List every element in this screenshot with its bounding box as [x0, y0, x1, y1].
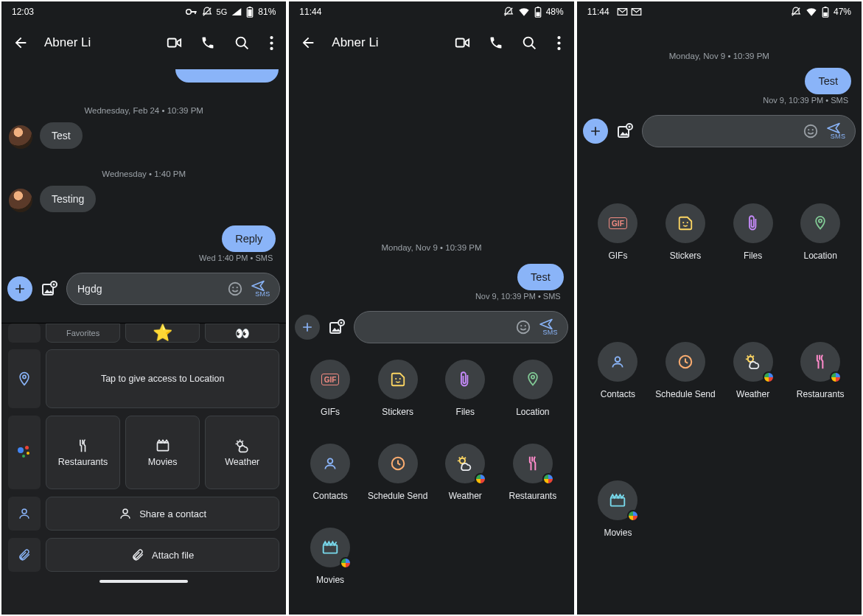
search-icon[interactable] — [520, 32, 540, 53]
cutlery-icon — [813, 354, 828, 370]
sent-bubble[interactable]: Test — [517, 264, 564, 290]
location-access-card[interactable]: Tap to give access to Location — [46, 349, 279, 408]
message-input[interactable] — [653, 125, 796, 137]
svg-point-58 — [687, 222, 688, 223]
svg-point-16 — [229, 283, 242, 295]
avatar[interactable] — [9, 189, 32, 212]
send-button[interactable]: SMS — [825, 122, 850, 140]
received-bubble[interactable]: Test — [40, 122, 83, 149]
sticker-icon — [390, 371, 406, 388]
videocall-icon[interactable] — [164, 32, 184, 53]
contact-tab[interactable] — [8, 497, 41, 531]
avatar[interactable] — [9, 125, 32, 149]
back-icon[interactable] — [298, 32, 318, 53]
restaurants-button[interactable]: Restaurants — [499, 444, 567, 501]
svg-point-43 — [328, 458, 333, 463]
svg-point-36 — [340, 322, 343, 324]
svg-point-33 — [558, 46, 561, 49]
contacts-label: Contacts — [312, 491, 347, 501]
assistant-tab[interactable] — [8, 416, 41, 489]
send-label: SMS — [825, 133, 850, 140]
message-input[interactable] — [365, 321, 508, 333]
battery-icon — [822, 7, 829, 18]
app-bar: Abner Li — [1, 22, 286, 63]
share-contact-button[interactable]: Share a contact — [46, 497, 279, 531]
svg-rect-49 — [823, 12, 827, 15]
search-icon[interactable] — [231, 32, 252, 53]
restaurants-label: Restaurants — [509, 491, 557, 501]
sticker-preview[interactable]: 👀 — [205, 323, 279, 343]
date-separator: Wednesday • 1:40 PM — [9, 169, 279, 178]
call-icon[interactable] — [198, 32, 218, 53]
sticker-preview[interactable]: ⭐ — [125, 323, 200, 343]
contact-name[interactable]: Abner Li — [44, 35, 150, 50]
emoji-icon[interactable] — [225, 281, 245, 297]
svg-point-40 — [395, 378, 396, 379]
dnd-icon — [503, 7, 514, 17]
overflow-icon[interactable] — [265, 32, 277, 53]
weather-card[interactable]: Weather — [205, 416, 279, 489]
status-icons: 47% — [791, 7, 851, 18]
call-icon[interactable] — [486, 32, 506, 53]
restaurants-card[interactable]: Restaurants — [46, 416, 120, 489]
stickers-button[interactable]: Stickers — [651, 203, 719, 261]
files-button[interactable]: Files — [431, 360, 499, 417]
send-button[interactable]: SMS — [250, 280, 275, 298]
contacts-button[interactable]: Contacts — [296, 444, 364, 501]
attach-plus-button[interactable] — [583, 119, 608, 144]
weather-button[interactable]: Weather — [431, 444, 499, 501]
restaurants-button[interactable]: Restaurants — [786, 342, 854, 399]
movies-button[interactable]: Movies — [584, 480, 652, 538]
attach-plus-button[interactable] — [7, 276, 32, 301]
stickers-button[interactable]: Stickers — [364, 360, 432, 417]
attach-grid: GIF GIFs Stickers Files Location Contact… — [289, 348, 573, 597]
status-time: 11:44 — [587, 7, 609, 17]
file-tab[interactable] — [8, 538, 41, 572]
weather-button[interactable]: Weather — [719, 342, 787, 399]
phone-screen-1: 12:03 5G 81% Abner Li Wednesday, Feb 24 … — [1, 1, 286, 615]
emoji-tab[interactable] — [8, 323, 41, 343]
gifs-button[interactable]: GIF GIFs — [296, 360, 364, 417]
svg-point-45 — [460, 458, 465, 463]
sent-bubble[interactable]: Reply — [222, 225, 276, 252]
schedule-label: Schedule Send — [368, 491, 427, 501]
back-icon[interactable] — [10, 32, 31, 53]
received-message-row: Testing — [9, 186, 279, 212]
attach-plus-button[interactable] — [295, 315, 320, 340]
favorites-card[interactable]: Favorites — [46, 323, 120, 343]
status-bar: 11:44 48% — [289, 1, 573, 22]
movies-card[interactable]: Movies — [125, 416, 200, 489]
attach-file-button[interactable]: Attach file — [46, 538, 279, 572]
contact-name[interactable]: Abner Li — [332, 35, 438, 50]
schedule-button[interactable]: Schedule Send — [651, 342, 719, 399]
gifs-button[interactable]: GIF GIFs — [584, 203, 652, 261]
sent-bubble[interactable]: Test — [805, 68, 851, 94]
emoji-icon[interactable] — [800, 123, 821, 139]
clock-icon — [390, 455, 406, 472]
overflow-icon[interactable] — [553, 32, 565, 53]
svg-rect-7 — [168, 39, 176, 47]
share-contact-label: Share a contact — [139, 508, 206, 519]
paperclip-icon — [458, 371, 472, 388]
location-label: Location — [804, 251, 837, 261]
files-label: Files — [456, 407, 475, 417]
videocall-icon[interactable] — [452, 32, 472, 53]
contacts-button[interactable]: Contacts — [584, 342, 652, 399]
schedule-button[interactable]: Schedule Send — [364, 444, 432, 501]
message-input[interactable] — [77, 283, 220, 295]
received-bubble[interactable]: Testing — [40, 186, 96, 212]
gallery-icon[interactable] — [38, 278, 60, 300]
gallery-icon[interactable] — [614, 120, 636, 142]
location-label: Location — [516, 407, 549, 417]
home-handle[interactable] — [99, 580, 188, 583]
files-button[interactable]: Files — [719, 203, 787, 261]
location-button[interactable]: Location — [499, 360, 567, 417]
send-button[interactable]: SMS — [538, 318, 563, 336]
movies-button[interactable]: Movies — [296, 528, 364, 585]
emoji-icon[interactable] — [513, 319, 534, 335]
received-message-row: Test — [9, 122, 279, 149]
gallery-icon[interactable] — [326, 316, 348, 338]
restaurants-label: Restaurants — [797, 389, 845, 399]
location-tab[interactable] — [8, 349, 41, 408]
location-button[interactable]: Location — [786, 203, 854, 261]
